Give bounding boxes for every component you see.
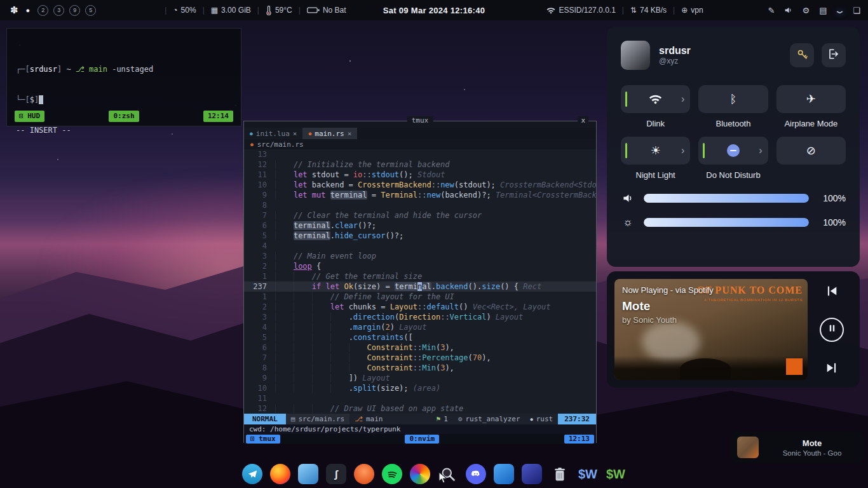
spotify-icon[interactable] [381,463,403,485]
rust-lang-icon: ● [531,417,533,422]
vscode-icon[interactable] [493,463,515,485]
network-widget[interactable]: ESSID/127.0.0.1 [546,6,615,15]
qutebrowser-icon[interactable] [297,463,319,485]
pause-button[interactable] [820,318,844,342]
toggle-label: Bluetooth [716,119,751,129]
dollar-w-blue-icon[interactable]: $W [577,463,599,485]
diff-flag-icon: ⚑ [437,415,441,423]
brightness-slider[interactable] [644,218,809,227]
code-line: 2 loop { [244,261,596,271]
gear-icon[interactable]: ⚙ [802,6,810,15]
temperature-widget[interactable]: 59°C [266,6,292,15]
ghostty-icon[interactable]: ʃ [325,463,347,485]
toggle-blocked[interactable]: ⊘ [776,137,846,165]
code-line: 8 Constraint::Min(3), [244,363,596,373]
battery-icon [307,6,320,14]
separator: | [257,6,259,15]
hud-terminal-window[interactable]: ┌─[srdusr] ~ ⎇ main -unstaged └─[$] -- I… [6,28,241,126]
workspace-9[interactable]: 9 [69,5,80,16]
filetype: rust [536,415,553,423]
tab-close-icon[interactable]: × [348,130,352,138]
user-handle: @xyz [659,57,691,65]
media-notification[interactable]: Mote Sonic Youth - Goo [731,431,864,463]
control-center-panel: srdusr @xyz ›DlinkᛒBluetooth✈Airplane Mo… [607,27,860,267]
toggle-airplane-mode[interactable]: ✈ [776,85,846,113]
tmux-window-badge[interactable]: 0:nvim [405,435,439,444]
code-area[interactable]: 1312 // Initialize the terminal backend1… [244,149,596,414]
indigo-app-icon[interactable] [521,463,543,485]
avatar[interactable] [621,41,650,70]
next-track-button[interactable] [825,361,839,375]
edit-icon[interactable]: ✎ [768,6,775,15]
tab-close-icon[interactable]: × [293,130,297,138]
ram-widget[interactable]: ▦ 3.00 GiB [211,6,251,15]
code-line: 9 let mut terminal = Terminal::new(backe… [244,190,596,200]
active-indicator [625,143,627,158]
buffer-tab-main.rs[interactable]: ●main.rs× [302,128,357,139]
breadcrumb: ● src/main.rs [244,139,596,149]
toggle-bluetooth[interactable]: ᛒ [698,85,768,113]
discord-icon[interactable] [465,463,487,485]
control-center-chevron-icon[interactable]: ⌄ [834,6,846,15]
dock: ʃ$W$W [241,463,627,485]
speaker-icon[interactable] [784,6,792,14]
album-art: OF PUNK TO COME A THEORETICAL BOMBINATIO… [614,279,808,380]
previous-track-button[interactable] [825,284,839,298]
logout-button[interactable] [822,43,846,67]
shell-vi-mode: -- INSERT -- [16,125,232,135]
firefox-icon[interactable] [269,463,291,485]
tmux-statusbar: ⊡ tmux 0:nvim 12:13 [244,434,596,444]
netspeed-widget[interactable]: ⇅ 74 KB/s [630,6,667,15]
file-icon: ▤ [291,415,295,423]
hud-session-badge: ⊡ HUD [15,111,44,122]
vpn-widget[interactable]: ⊕ vpn [681,6,703,15]
tmux-clock-badge: 12:13 [564,435,594,444]
chevron-right-icon: › [759,145,762,156]
workspace-current-icon[interactable]: ● [26,6,31,14]
buffer-tab-init.lua[interactable]: ●init.lua× [244,128,302,139]
trash-icon[interactable] [549,463,571,485]
tmux-window[interactable]: tmux x ●init.lua×●main.rs× ● src/main.rs… [243,121,597,443]
notification-subtitle: Sonic Youth - Goo [766,449,858,457]
dlink-icon [649,94,662,104]
toggle-label: Night Light [636,170,675,180]
tab-label: init.lua [256,130,290,138]
code-line: 6 terminal.clear()?; [244,220,596,231]
filetype-icon: ● [250,131,253,137]
do-not-disturb-icon [727,144,740,157]
separator: | [203,6,205,15]
brightness-slider-row: ☼ 100% [621,216,846,229]
cpu-widget[interactable]: ◔ 50% [173,6,196,15]
logout-icon [828,48,839,62]
separator: | [673,6,675,15]
code-line: 2 let chunks = Layout::default() Vec<Rec… [244,302,596,312]
workspace-3[interactable]: 3 [53,5,64,16]
shell-prompt-line2: └─[$] [16,95,232,105]
workspace-2[interactable]: 2 [37,5,48,16]
filetype-icon: ● [308,131,311,137]
keyring-button[interactable] [790,43,814,67]
toggle-dlink[interactable]: › [621,85,690,113]
close-icon[interactable]: x [578,116,588,125]
git-branch-icon: ⎇ [355,415,363,423]
battery-widget[interactable]: No Bat [307,6,346,15]
clipboard-icon[interactable]: ▤ [819,6,827,15]
code-line: 5 .constraints([ [244,332,596,342]
telegram-icon[interactable] [241,463,263,485]
volume-slider[interactable] [644,194,809,203]
color-wheel-app-icon[interactable] [409,463,431,485]
topbar: ✽ ● 2395 | ◔ 50% | ▦ 3.00 GiB | 59°C | N… [0,0,868,20]
toggle-do-not-disturb[interactable]: › [698,137,768,165]
tmux-session-badge[interactable]: ⊡ tmux [246,435,280,444]
clock[interactable]: Sat 09 Mar 2024 12:16:40 [383,6,485,15]
lsp-name: rust_analyzer [465,415,520,423]
toggle-night-light[interactable]: ☀› [621,137,690,165]
orange-app-icon[interactable] [353,463,375,485]
dollar-w-green-icon[interactable]: $W [605,463,627,485]
workspace-5[interactable]: 5 [85,5,96,16]
globe-icon: ⊕ [681,6,688,15]
code-line: 8 [244,200,596,210]
logo-icon[interactable]: ✽ [10,4,18,16]
screen-layout-icon[interactable]: ❏ [853,6,860,15]
pause-icon [827,323,837,336]
